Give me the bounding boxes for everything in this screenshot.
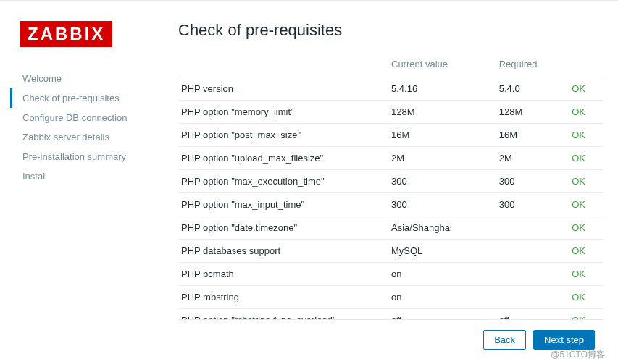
watermark: @51CTO博客 — [551, 349, 605, 361]
req-name: PHP option "date.timezone" — [178, 216, 388, 240]
req-status: OK — [569, 101, 604, 124]
req-status: OK — [569, 124, 604, 147]
req-status: OK — [569, 240, 604, 263]
nav-list: Welcome Check of pre-requisites Configur… — [20, 69, 165, 186]
req-current: 5.4.16 — [388, 77, 496, 101]
nav-item-install[interactable]: Install — [10, 166, 165, 186]
nav-item-db-connection[interactable]: Configure DB connection — [10, 108, 165, 127]
logo: ZABBIX — [20, 21, 112, 47]
req-required: 300 — [496, 193, 569, 216]
req-status: OK — [569, 170, 604, 193]
req-status: OK — [569, 263, 604, 286]
next-button[interactable]: Next step — [533, 330, 595, 350]
table-row: PHP option "memory_limit"128M128MOK — [178, 101, 604, 124]
req-name: PHP mbstring — [178, 286, 388, 309]
req-name: PHP option "max_execution_time" — [178, 170, 388, 193]
req-required — [496, 263, 569, 286]
req-current: 2M — [388, 147, 496, 170]
req-current: MySQL — [388, 240, 496, 263]
req-name: PHP databases support — [178, 240, 388, 263]
req-name: PHP option "max_input_time" — [178, 193, 388, 216]
req-required: off — [496, 309, 569, 321]
req-current: off — [388, 309, 496, 321]
button-bar: Back Next step — [178, 320, 604, 350]
nav-item-prerequisites[interactable]: Check of pre-requisites — [10, 88, 165, 108]
req-current: on — [388, 263, 496, 286]
page-title: Check of pre-requisites — [178, 21, 604, 40]
table-row: PHP option "mbstring.func_overload"offof… — [178, 309, 604, 321]
req-name: PHP option "upload_max_filesize" — [178, 147, 388, 170]
req-status: OK — [569, 147, 604, 170]
col-status — [569, 53, 604, 77]
req-current: 128M — [388, 101, 496, 124]
back-button[interactable]: Back — [483, 330, 526, 350]
table-row: PHP bcmathonOK — [178, 263, 604, 286]
nav-item-server-details[interactable]: Zabbix server details — [10, 127, 165, 147]
col-required: Required — [496, 53, 569, 77]
table-row: PHP option "post_max_size"16M16MOK — [178, 124, 604, 147]
req-name: PHP option "post_max_size" — [178, 124, 388, 147]
prerequisites-table: Current value Required PHP version5.4.16… — [178, 53, 604, 320]
col-name — [178, 53, 388, 77]
main: Check of pre-requisites Current value Re… — [165, 21, 604, 350]
req-status: OK — [569, 77, 604, 101]
req-status: OK — [569, 309, 604, 321]
req-name: PHP version — [178, 77, 388, 101]
nav-item-welcome[interactable]: Welcome — [10, 69, 165, 88]
req-required — [496, 286, 569, 309]
req-required — [496, 240, 569, 263]
req-required: 2M — [496, 147, 569, 170]
table-row: PHP databases supportMySQLOK — [178, 240, 604, 263]
req-current: on — [388, 286, 496, 309]
table-row: PHP option "max_input_time"300300OK — [178, 193, 604, 216]
req-status: OK — [569, 216, 604, 240]
req-required: 16M — [496, 124, 569, 147]
req-required: 128M — [496, 101, 569, 124]
req-current: Asia/Shanghai — [388, 216, 496, 240]
sidebar: ZABBIX Welcome Check of pre-requisites C… — [20, 21, 165, 350]
req-name: PHP option "mbstring.func_overload" — [178, 309, 388, 321]
table-row: PHP option "date.timezone"Asia/ShanghaiO… — [178, 216, 604, 240]
req-required: 5.4.0 — [496, 77, 569, 101]
nav-item-summary[interactable]: Pre-installation summary — [10, 147, 165, 166]
table-row: PHP version5.4.165.4.0OK — [178, 77, 604, 101]
req-current: 300 — [388, 193, 496, 216]
table-row: PHP mbstringonOK — [178, 286, 604, 309]
req-status: OK — [569, 193, 604, 216]
req-current: 16M — [388, 124, 496, 147]
table-row: PHP option "max_execution_time"300300OK — [178, 170, 604, 193]
req-required — [496, 216, 569, 240]
col-current: Current value — [388, 53, 496, 77]
req-required: 300 — [496, 170, 569, 193]
req-name: PHP option "memory_limit" — [178, 101, 388, 124]
prerequisites-table-wrap[interactable]: Current value Required PHP version5.4.16… — [178, 53, 604, 320]
req-name: PHP bcmath — [178, 263, 388, 286]
req-status: OK — [569, 286, 604, 309]
req-current: 300 — [388, 170, 496, 193]
table-row: PHP option "upload_max_filesize"2M2MOK — [178, 147, 604, 170]
